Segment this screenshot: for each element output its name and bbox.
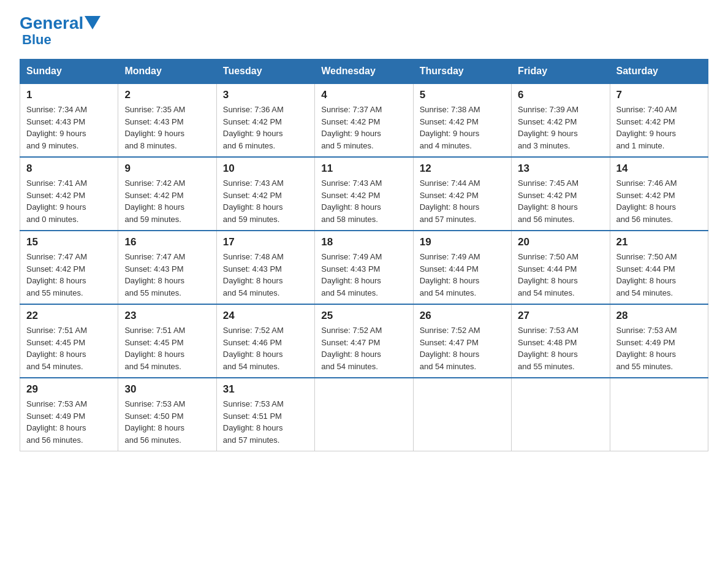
- calendar-cell: 26 Sunrise: 7:52 AMSunset: 4:47 PMDaylig…: [413, 304, 511, 378]
- calendar-week-row: 1 Sunrise: 7:34 AMSunset: 4:43 PMDayligh…: [20, 83, 708, 157]
- calendar-cell: 6 Sunrise: 7:39 AMSunset: 4:42 PMDayligh…: [512, 83, 610, 157]
- header-row: SundayMondayTuesdayWednesdayThursdayFrid…: [20, 59, 708, 84]
- page-header: General Blue: [20, 15, 708, 48]
- day-number: 5: [420, 89, 505, 101]
- day-number: 17: [223, 236, 308, 248]
- day-number: 23: [124, 310, 210, 322]
- day-info: Sunrise: 7:43 AMSunset: 4:42 PMDaylight:…: [321, 178, 382, 224]
- calendar-cell: 21 Sunrise: 7:50 AMSunset: 4:44 PMDaylig…: [610, 231, 708, 304]
- day-info: Sunrise: 7:41 AMSunset: 4:42 PMDaylight:…: [26, 178, 87, 224]
- calendar-table: SundayMondayTuesdayWednesdayThursdayFrid…: [20, 59, 708, 451]
- day-info: Sunrise: 7:34 AMSunset: 4:43 PMDaylight:…: [26, 105, 87, 150]
- calendar-cell: 2 Sunrise: 7:35 AMSunset: 4:43 PMDayligh…: [118, 83, 216, 157]
- day-number: 31: [223, 383, 308, 396]
- calendar-cell: 23 Sunrise: 7:51 AMSunset: 4:45 PMDaylig…: [118, 304, 216, 378]
- day-of-week-header: Saturday: [610, 59, 708, 84]
- day-number: 3: [223, 89, 308, 101]
- day-number: 11: [321, 163, 406, 175]
- calendar-cell: 4 Sunrise: 7:37 AMSunset: 4:42 PMDayligh…: [315, 83, 413, 157]
- day-info: Sunrise: 7:52 AMSunset: 4:46 PMDaylight:…: [223, 326, 284, 371]
- day-number: 19: [420, 236, 505, 248]
- day-number: 7: [616, 89, 702, 101]
- calendar-cell: [610, 378, 708, 451]
- logo: General Blue: [20, 15, 100, 48]
- day-number: 16: [124, 236, 210, 248]
- logo-blue: Blue: [22, 32, 51, 48]
- day-info: Sunrise: 7:52 AMSunset: 4:47 PMDaylight:…: [321, 326, 382, 371]
- day-info: Sunrise: 7:46 AMSunset: 4:42 PMDaylight:…: [616, 178, 677, 224]
- day-number: 8: [26, 163, 112, 175]
- day-number: 2: [124, 89, 210, 101]
- calendar-cell: 3 Sunrise: 7:36 AMSunset: 4:42 PMDayligh…: [216, 83, 314, 157]
- day-info: Sunrise: 7:53 AMSunset: 4:50 PMDaylight:…: [124, 399, 185, 445]
- calendar-week-row: 15 Sunrise: 7:47 AMSunset: 4:42 PMDaylig…: [20, 231, 708, 304]
- day-number: 29: [26, 383, 112, 396]
- calendar-cell: 28 Sunrise: 7:53 AMSunset: 4:49 PMDaylig…: [610, 304, 708, 378]
- day-of-week-header: Thursday: [413, 59, 511, 84]
- day-of-week-header: Friday: [512, 59, 610, 84]
- calendar-cell: 7 Sunrise: 7:40 AMSunset: 4:42 PMDayligh…: [610, 83, 708, 157]
- day-info: Sunrise: 7:52 AMSunset: 4:47 PMDaylight:…: [420, 326, 480, 371]
- day-number: 6: [518, 89, 603, 101]
- day-of-week-header: Monday: [118, 59, 216, 84]
- day-info: Sunrise: 7:49 AMSunset: 4:43 PMDaylight:…: [321, 252, 382, 297]
- day-info: Sunrise: 7:51 AMSunset: 4:45 PMDaylight:…: [26, 326, 87, 371]
- calendar-cell: 19 Sunrise: 7:49 AMSunset: 4:44 PMDaylig…: [413, 231, 511, 304]
- day-info: Sunrise: 7:53 AMSunset: 4:51 PMDaylight:…: [223, 399, 284, 445]
- day-info: Sunrise: 7:39 AMSunset: 4:42 PMDaylight:…: [518, 105, 578, 150]
- day-number: 22: [26, 310, 112, 322]
- calendar-cell: 1 Sunrise: 7:34 AMSunset: 4:43 PMDayligh…: [20, 83, 118, 157]
- calendar-header: SundayMondayTuesdayWednesdayThursdayFrid…: [20, 59, 708, 84]
- day-number: 10: [223, 163, 308, 175]
- day-number: 20: [518, 236, 603, 248]
- calendar-cell: 22 Sunrise: 7:51 AMSunset: 4:45 PMDaylig…: [20, 304, 118, 378]
- day-number: 28: [616, 310, 702, 322]
- calendar-cell: [512, 378, 610, 451]
- day-number: 26: [420, 310, 505, 322]
- calendar-week-row: 29 Sunrise: 7:53 AMSunset: 4:49 PMDaylig…: [20, 378, 708, 451]
- calendar-cell: 9 Sunrise: 7:42 AMSunset: 4:42 PMDayligh…: [118, 157, 216, 231]
- day-info: Sunrise: 7:53 AMSunset: 4:49 PMDaylight:…: [26, 399, 87, 445]
- logo-triangle-icon: [85, 16, 100, 29]
- day-info: Sunrise: 7:47 AMSunset: 4:43 PMDaylight:…: [124, 252, 185, 297]
- day-number: 27: [518, 310, 603, 322]
- day-number: 15: [26, 236, 112, 248]
- day-number: 12: [420, 163, 505, 175]
- day-info: Sunrise: 7:49 AMSunset: 4:44 PMDaylight:…: [420, 252, 480, 297]
- day-info: Sunrise: 7:35 AMSunset: 4:43 PMDaylight:…: [124, 105, 185, 150]
- calendar-cell: 29 Sunrise: 7:53 AMSunset: 4:49 PMDaylig…: [20, 378, 118, 451]
- day-info: Sunrise: 7:53 AMSunset: 4:49 PMDaylight:…: [616, 326, 677, 371]
- calendar-cell: 11 Sunrise: 7:43 AMSunset: 4:42 PMDaylig…: [315, 157, 413, 231]
- day-info: Sunrise: 7:50 AMSunset: 4:44 PMDaylight:…: [518, 252, 578, 297]
- day-number: 30: [124, 383, 210, 396]
- day-info: Sunrise: 7:45 AMSunset: 4:42 PMDaylight:…: [518, 178, 578, 224]
- day-number: 18: [321, 236, 406, 248]
- day-info: Sunrise: 7:43 AMSunset: 4:42 PMDaylight:…: [223, 178, 284, 224]
- calendar-cell: 16 Sunrise: 7:47 AMSunset: 4:43 PMDaylig…: [118, 231, 216, 304]
- day-number: 25: [321, 310, 406, 322]
- day-info: Sunrise: 7:51 AMSunset: 4:45 PMDaylight:…: [124, 326, 185, 371]
- day-info: Sunrise: 7:38 AMSunset: 4:42 PMDaylight:…: [420, 105, 480, 150]
- calendar-cell: 14 Sunrise: 7:46 AMSunset: 4:42 PMDaylig…: [610, 157, 708, 231]
- day-number: 14: [616, 163, 702, 175]
- day-number: 1: [26, 89, 112, 101]
- day-number: 24: [223, 310, 308, 322]
- calendar-cell: 8 Sunrise: 7:41 AMSunset: 4:42 PMDayligh…: [20, 157, 118, 231]
- calendar-cell: 24 Sunrise: 7:52 AMSunset: 4:46 PMDaylig…: [216, 304, 314, 378]
- calendar-cell: 5 Sunrise: 7:38 AMSunset: 4:42 PMDayligh…: [413, 83, 511, 157]
- day-of-week-header: Tuesday: [216, 59, 314, 84]
- calendar-cell: 13 Sunrise: 7:45 AMSunset: 4:42 PMDaylig…: [512, 157, 610, 231]
- calendar-cell: 18 Sunrise: 7:49 AMSunset: 4:43 PMDaylig…: [315, 231, 413, 304]
- day-number: 9: [124, 163, 210, 175]
- day-number: 21: [616, 236, 702, 248]
- calendar-cell: 10 Sunrise: 7:43 AMSunset: 4:42 PMDaylig…: [216, 157, 314, 231]
- day-number: 4: [321, 89, 406, 101]
- day-info: Sunrise: 7:40 AMSunset: 4:42 PMDaylight:…: [616, 105, 677, 150]
- logo-general: General: [20, 15, 83, 32]
- day-info: Sunrise: 7:37 AMSunset: 4:42 PMDaylight:…: [321, 105, 382, 150]
- calendar-week-row: 22 Sunrise: 7:51 AMSunset: 4:45 PMDaylig…: [20, 304, 708, 378]
- day-info: Sunrise: 7:42 AMSunset: 4:42 PMDaylight:…: [124, 178, 185, 224]
- calendar-cell: 30 Sunrise: 7:53 AMSunset: 4:50 PMDaylig…: [118, 378, 216, 451]
- calendar-cell: 25 Sunrise: 7:52 AMSunset: 4:47 PMDaylig…: [315, 304, 413, 378]
- day-info: Sunrise: 7:53 AMSunset: 4:48 PMDaylight:…: [518, 326, 578, 371]
